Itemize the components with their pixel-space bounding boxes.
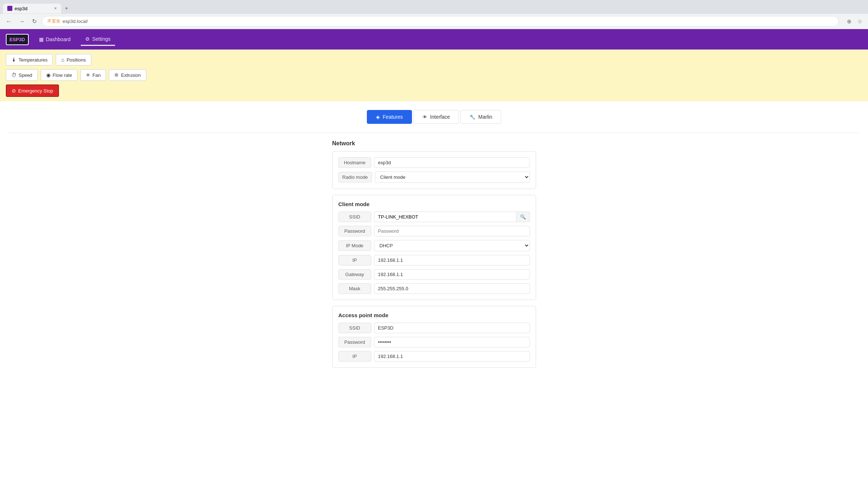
ap-ip-row: IP [338, 351, 530, 362]
features-icon [376, 114, 380, 120]
marlin-icon [469, 114, 475, 120]
fan-label: Fan [92, 72, 100, 78]
speed-icon [11, 72, 16, 78]
control-row-1: Temperatures Positions [6, 54, 862, 66]
mask-input[interactable] [374, 283, 530, 294]
browser-chrome: esp3d × + ← → ↻ 不安全 esp3d.local/ ⊕ ☆ [0, 0, 868, 29]
temperatures-label: Temperatures [19, 57, 47, 63]
browser-actions: ⊕ ☆ [845, 17, 864, 26]
gateway-label: Gateway [338, 269, 371, 280]
tab-bar: esp3d × + [0, 0, 868, 14]
hostname-input[interactable] [374, 157, 530, 168]
ssid-label: SSID [338, 212, 371, 222]
control-row-3: Emergency Stop [6, 84, 862, 97]
url-bar[interactable]: 不安全 esp3d.local/ [42, 16, 839, 27]
positions-label: Positions [67, 57, 86, 63]
access-point-title: Access point mode [338, 312, 530, 318]
ap-ssid-input[interactable] [374, 323, 530, 333]
ssid-input-group [374, 212, 530, 222]
security-warning: 不安全 [47, 18, 60, 24]
control-row-2: Speed Flow rate Fan Extrusion [6, 69, 862, 81]
fan-icon [86, 72, 90, 78]
extrusion-icon [114, 72, 119, 78]
client-mode-title: Client mode [338, 201, 530, 207]
tab-features[interactable]: Features [367, 110, 412, 124]
temperatures-button[interactable]: Temperatures [6, 54, 53, 66]
speed-label: Speed [19, 72, 32, 78]
tab-title: esp3d [15, 6, 27, 11]
ip-mode-row: IP Mode DHCP Static [338, 240, 530, 251]
positions-button[interactable]: Positions [56, 54, 91, 66]
flow-rate-icon [46, 72, 51, 78]
hostname-label: Hostname [338, 157, 371, 168]
network-card: Hostname Radio mode Client mode Access p… [332, 151, 536, 189]
positions-icon [61, 57, 64, 63]
app-header: ESP3D Dashboard Settings [0, 29, 868, 50]
ap-ip-label: IP [338, 351, 371, 362]
extrusion-label: Extrusion [121, 72, 140, 78]
speed-button[interactable]: Speed [6, 69, 38, 81]
bookmark-button[interactable]: ☆ [855, 17, 864, 26]
back-button[interactable]: ← [4, 17, 14, 26]
main-content: Features Interface Marlin Network Hostna… [0, 101, 868, 504]
dashboard-label: Dashboard [46, 36, 71, 42]
tab-marlin[interactable]: Marlin [460, 110, 501, 124]
settings-icon [85, 36, 90, 42]
mask-row: Mask [338, 283, 530, 294]
ap-ssid-label: SSID [338, 323, 371, 333]
emergency-stop-icon [12, 88, 16, 94]
ap-password-input[interactable] [374, 337, 530, 347]
tab-favicon [7, 6, 12, 11]
gateway-row: Gateway [338, 269, 530, 280]
translate-button[interactable]: ⊕ [845, 17, 854, 26]
hostname-row: Hostname [338, 157, 530, 168]
dashboard-icon [39, 36, 44, 42]
ip-mode-select[interactable]: DHCP Static [374, 240, 530, 251]
ip-input[interactable] [374, 255, 530, 265]
emergency-stop-label: Emergency Stop [18, 88, 53, 94]
reload-button[interactable]: ↻ [30, 16, 39, 26]
emergency-stop-button[interactable]: Emergency Stop [6, 84, 59, 97]
extrusion-button[interactable]: Extrusion [109, 69, 146, 81]
radio-mode-label: Radio mode [338, 172, 372, 182]
ssid-row: SSID [338, 212, 530, 222]
settings-nav-link[interactable]: Settings [81, 33, 115, 46]
ip-label: IP [338, 255, 371, 265]
gateway-input[interactable] [374, 269, 530, 280]
temperatures-icon [11, 57, 16, 63]
radio-mode-select[interactable]: Client mode Access point mode Bluetooth [375, 172, 530, 183]
logo-text: ESP3D [9, 37, 25, 42]
app-logo: ESP3D [6, 34, 29, 45]
active-tab[interactable]: esp3d × [3, 4, 61, 13]
flow-rate-label: Flow rate [53, 72, 72, 78]
interface-icon [423, 114, 427, 120]
radio-mode-row: Radio mode Client mode Access point mode… [338, 172, 530, 183]
password-row: Password [338, 226, 530, 236]
new-tab-button[interactable]: + [61, 3, 72, 14]
address-bar: ← → ↻ 不安全 esp3d.local/ ⊕ ☆ [0, 14, 868, 29]
fan-button[interactable]: Fan [80, 69, 106, 81]
client-mode-card: Client mode SSID Password IP Mode DHCP [332, 195, 536, 300]
features-tab-label: Features [383, 114, 403, 120]
password-input[interactable] [374, 226, 530, 236]
dashboard-nav-link[interactable]: Dashboard [35, 34, 75, 45]
access-point-card: Access point mode SSID Password IP [332, 306, 536, 368]
search-icon [520, 214, 526, 220]
network-section-title: Network [332, 140, 536, 147]
settings-label: Settings [92, 36, 111, 42]
forward-button[interactable]: → [17, 17, 27, 26]
interface-tab-label: Interface [430, 114, 450, 120]
settings-tabs: Features Interface Marlin [9, 110, 859, 124]
ap-password-row: Password [338, 337, 530, 347]
tab-interface[interactable]: Interface [413, 110, 459, 124]
ssid-input[interactable] [374, 212, 516, 222]
ip-row: IP [338, 255, 530, 265]
settings-container: Network Hostname Radio mode Client mode … [332, 140, 536, 368]
flow-rate-button[interactable]: Flow rate [41, 69, 78, 81]
password-label: Password [338, 226, 371, 236]
ip-mode-label: IP Mode [338, 240, 371, 251]
tab-close-button[interactable]: × [54, 6, 57, 11]
ap-ip-input[interactable] [374, 351, 530, 362]
control-bar: Temperatures Positions Speed Flow rate F… [0, 50, 868, 101]
ssid-search-button[interactable] [516, 212, 530, 222]
